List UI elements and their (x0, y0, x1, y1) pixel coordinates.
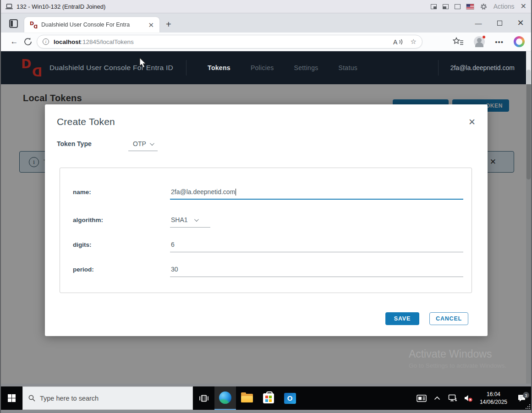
windows-logo-icon (8, 394, 16, 402)
taskbar-clock[interactable]: 16:04 14/06/2025 (476, 391, 512, 405)
vm-fullscreen-icon[interactable] (455, 4, 461, 9)
outlook-icon[interactable]: O (279, 386, 301, 410)
vm-view-mode-2-icon[interactable] (443, 4, 449, 9)
digits-input[interactable]: 6 (170, 241, 463, 252)
browser-minimize-icon[interactable]: — (468, 19, 489, 27)
watermark-title: Activate Windows (409, 348, 506, 360)
show-hidden-icons-chevron[interactable] (429, 396, 445, 400)
algorithm-select[interactable]: SHA1 (170, 216, 210, 228)
taskbar: O 16:04 14/06/2025 3 (1, 386, 531, 410)
token-type-value: OTP (133, 140, 146, 147)
notification-count-badge: 3 (523, 392, 529, 398)
start-button[interactable] (1, 386, 22, 410)
microsoft-store-icon[interactable] (258, 386, 279, 410)
vm-frame-bottom (1, 410, 531, 413)
copilot-icon[interactable] (514, 36, 525, 47)
period-input[interactable]: 30 (170, 266, 463, 277)
browser-toolbar: ← i localhost:12845/localTokens A ☆ ••• (1, 33, 531, 51)
text-caret (236, 189, 236, 196)
favorite-star-icon[interactable]: ☆ (411, 38, 417, 46)
nav-settings[interactable]: Settings (294, 64, 318, 71)
digits-label: digits: (73, 241, 170, 252)
token-type-label: Token Type (57, 140, 128, 151)
period-label: period: (73, 266, 170, 277)
profile-alert-dot (482, 35, 486, 39)
browser-viewport: DD Dualshield User Console For Entra ID … (1, 51, 531, 384)
browser-restore-icon[interactable] (489, 19, 510, 27)
create-token-modal: Create Token ✕ Token Type OTP name: 2fa@… (45, 104, 488, 336)
url-text[interactable]: localhost:12845/localTokens (54, 38, 393, 45)
chevron-down-icon (194, 217, 199, 222)
favorites-bar-icon[interactable] (453, 37, 464, 46)
widgets-news-icon[interactable] (414, 394, 429, 402)
dualshield-logo: DD (21, 58, 43, 77)
read-aloud-icon[interactable]: A (393, 38, 403, 46)
address-bar[interactable]: i localhost:12845/localTokens A ☆ (37, 35, 422, 49)
search-input[interactable] (40, 395, 177, 402)
site-info-icon[interactable]: i (43, 38, 49, 45)
network-icon[interactable] (445, 394, 461, 402)
app-navbar: DD Dualshield User Console For Entra ID … (1, 51, 531, 84)
nav-status[interactable]: Status (339, 64, 358, 71)
taskbar-edge-icon[interactable] (214, 386, 236, 410)
token-type-select[interactable]: OTP (128, 140, 158, 151)
tab-actions-icon[interactable] (9, 19, 18, 28)
activate-windows-watermark: Activate Windows Go to Settings to activ… (409, 348, 506, 369)
taskbar-search[interactable] (22, 386, 193, 410)
modal-title: Create Token (57, 116, 115, 127)
nav-policies[interactable]: Policies (251, 64, 274, 71)
back-icon[interactable]: ← (7, 37, 21, 46)
refresh-icon[interactable] (21, 38, 35, 46)
browser-close-icon[interactable]: ✕ (510, 18, 531, 28)
dualshield-favicon: DD (30, 22, 38, 28)
clock-date: 14/06/2025 (480, 398, 507, 406)
resize-grip (525, 403, 530, 409)
vm-close-icon[interactable]: ✕ (521, 3, 527, 10)
task-view-icon[interactable] (193, 386, 214, 410)
browser-tabstrip: DD Dualshield User Console For Entra ✕ +… (1, 13, 531, 33)
new-tab-button[interactable]: + (166, 20, 171, 29)
save-button[interactable]: SAVE (385, 312, 419, 325)
cancel-button[interactable]: CANCEL (429, 312, 468, 325)
tab-close-icon[interactable]: ✕ (147, 22, 155, 28)
modal-close-icon[interactable]: ✕ (468, 118, 476, 126)
navbar-divider (186, 60, 186, 76)
search-icon (28, 395, 35, 402)
profile-avatar[interactable] (474, 36, 485, 47)
vm-window: 132 - Win10-132 (EntraID Joined) Actions… (0, 0, 532, 413)
vm-view-mode-icon[interactable] (431, 4, 437, 9)
clock-time: 16:04 (480, 391, 507, 398)
nav-tokens[interactable]: Tokens (208, 64, 230, 71)
token-fields-box: name: 2fa@la.deepnetid.com algorithm: SH… (60, 168, 472, 293)
gear-icon[interactable] (480, 3, 488, 11)
svg-text:A: A (393, 38, 398, 46)
laptop-icon (5, 4, 13, 10)
mouse-cursor (139, 58, 148, 69)
vm-titlebar: 132 - Win10-132 (EntraID Joined) Actions… (1, 0, 531, 13)
action-center-icon[interactable]: 3 (512, 394, 531, 402)
vm-actions-button[interactable]: Actions (494, 3, 515, 10)
keyboard-layout-flag-icon[interactable] (466, 4, 474, 9)
account-menu[interactable]: 2fa@la.deepnetid.com (450, 64, 515, 71)
navbar-divider-right (438, 60, 439, 76)
vm-window-title: 132 - Win10-132 (EntraID Joined) (16, 3, 105, 10)
browser-menu-icon[interactable]: ••• (495, 38, 504, 46)
tab-title: Dualshield User Console For Entra (41, 22, 144, 28)
browser-tab[interactable]: DD Dualshield User Console For Entra ✕ (24, 17, 159, 33)
chevron-down-icon (150, 141, 154, 146)
app-brand-title: Dualshield User Console For Entra ID (49, 64, 173, 72)
name-label: name: (73, 189, 170, 200)
file-explorer-icon[interactable] (236, 386, 258, 410)
watermark-subtitle: Go to Settings to activate Windows. (409, 362, 506, 369)
name-input[interactable]: 2fa@la.deepnetid.com (170, 188, 463, 200)
volume-muted-icon[interactable] (461, 394, 476, 402)
algorithm-label: algorithm: (73, 217, 170, 228)
